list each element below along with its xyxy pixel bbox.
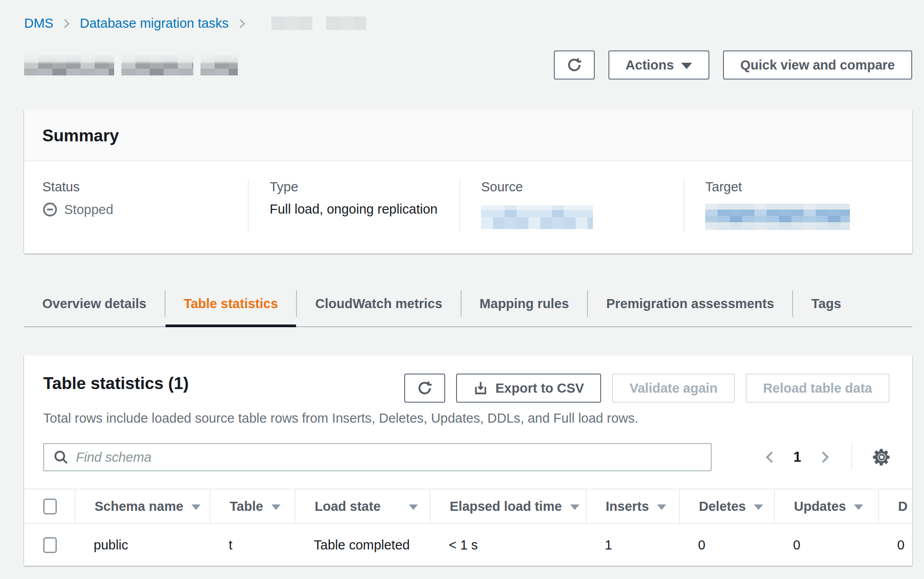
target-label: Target [705, 180, 883, 195]
sort-caret-icon [754, 504, 763, 510]
target-endpoint-link-redacted[interactable] [705, 204, 850, 230]
cell-elapsed-load-time: < 1 s [430, 524, 586, 566]
type-label: Type [270, 180, 448, 195]
task-tabs: Overview details Table statistics CloudW… [24, 281, 912, 327]
tab-premigration-assessments[interactable]: Premigration assessments [588, 281, 792, 326]
page-header: Actions Quick view and compare [24, 50, 912, 80]
tab-tags[interactable]: Tags [793, 281, 859, 326]
reload-table-data-label: Reload table data [763, 382, 872, 395]
download-icon [473, 381, 488, 395]
table-refresh-button[interactable] [404, 374, 445, 403]
column-header-ddls-clipped[interactable]: D [878, 489, 912, 523]
breadcrumb: DMS Database migration tasks [24, 15, 912, 31]
row-checkbox[interactable] [43, 537, 57, 553]
schema-search [43, 443, 712, 471]
table-statistics-title: Table statistics (1) [43, 374, 189, 394]
column-header-elapsed-load-time[interactable]: Elapsed load time [430, 489, 586, 523]
export-csv-label: Export to CSV [495, 382, 584, 395]
actions-button[interactable]: Actions [608, 50, 709, 80]
cell-load-state: Table completed [295, 524, 430, 566]
breadcrumb-current-redacted [258, 16, 366, 30]
chevron-right-icon [236, 18, 248, 30]
table-row: public t Table completed < 1 s 1 0 0 0 [24, 524, 912, 566]
search-icon [53, 449, 69, 465]
cell-ddls-clipped: 0 [878, 524, 912, 566]
divider [851, 444, 852, 470]
refresh-icon [417, 380, 432, 396]
chevron-right-icon [60, 18, 72, 30]
sort-caret-icon [854, 504, 863, 510]
tab-mapping-rules[interactable]: Mapping rules [462, 281, 588, 326]
search-input[interactable] [43, 443, 712, 471]
column-header-schema-name[interactable]: Schema name [75, 489, 210, 523]
status-label: Status [42, 180, 237, 195]
table-statistics-actions: Export to CSV Validate again Reload tabl… [404, 374, 889, 403]
chevron-right-icon [818, 450, 832, 464]
cell-schema-name: public [75, 524, 210, 566]
tab-cloudwatch-metrics[interactable]: CloudWatch metrics [297, 281, 460, 326]
tab-overview-details[interactable]: Overview details [24, 281, 165, 326]
table-statistics-description: Total rows include loaded source table r… [24, 411, 912, 426]
export-csv-button[interactable]: Export to CSV [456, 374, 601, 403]
column-header-load-state[interactable]: Load state [295, 489, 430, 523]
table-settings-button[interactable] [871, 447, 892, 468]
summary-field-target: Target [683, 180, 894, 232]
page-title-redacted [24, 55, 238, 75]
column-header-deletes[interactable]: Deletes [679, 489, 774, 523]
dms-task-page: DMS Database migration tasks [24, 15, 912, 566]
cell-deletes: 0 [679, 524, 774, 566]
table-statistics-table: Schema name Table Load state Elapsed loa… [24, 489, 912, 566]
validate-again-button[interactable]: Validate again [612, 374, 734, 403]
caret-down-icon [681, 63, 692, 69]
reload-table-data-button[interactable]: Reload table data [746, 374, 889, 403]
summary-title: Summary [42, 126, 891, 146]
source-endpoint-link-redacted[interactable] [481, 205, 593, 229]
table-toolbar: 1 [24, 443, 912, 471]
cell-updates: 0 [774, 524, 878, 566]
cell-inserts: 1 [586, 524, 679, 566]
type-value: Full load, ongoing replication [270, 202, 448, 217]
current-page-number[interactable]: 1 [793, 449, 801, 465]
quick-view-compare-label: Quick view and compare [740, 59, 895, 72]
source-label: Source [481, 180, 673, 195]
header-actions: Actions Quick view and compare [554, 50, 912, 80]
status-value: Stopped [64, 202, 113, 217]
table-header-row: Schema name Table Load state Elapsed loa… [24, 489, 912, 524]
summary-field-status: Status Stopped [42, 180, 248, 232]
sort-caret-icon [570, 504, 579, 510]
summary-body: Status Stopped Type Full load, ongoing r… [24, 161, 912, 254]
chevron-left-icon [763, 450, 777, 464]
next-page-button[interactable] [818, 450, 832, 464]
gear-icon [871, 447, 892, 468]
prev-page-button[interactable] [763, 450, 777, 464]
tab-table-statistics[interactable]: Table statistics [166, 281, 296, 326]
summary-header: Summary [24, 110, 912, 161]
table-statistics-panel: Table statistics (1) [24, 355, 912, 566]
validate-again-label: Validate again [629, 382, 717, 395]
column-header-inserts[interactable]: Inserts [586, 489, 679, 523]
breadcrumb-link-tasks[interactable]: Database migration tasks [80, 16, 228, 31]
quick-view-compare-button[interactable]: Quick view and compare [723, 50, 912, 80]
select-all-checkbox[interactable] [43, 499, 57, 514]
column-header-table[interactable]: Table [210, 489, 295, 523]
sort-caret-icon [409, 504, 418, 510]
minus-circle-icon [42, 202, 58, 217]
pagination: 1 [763, 444, 892, 470]
refresh-button[interactable] [554, 50, 595, 80]
actions-button-label: Actions [626, 59, 674, 72]
breadcrumb-link-dms[interactable]: DMS [24, 16, 53, 31]
cell-table: t [210, 524, 295, 566]
summary-field-type: Type Full load, ongoing replication [248, 180, 459, 232]
sort-caret-icon [191, 504, 201, 510]
sort-caret-icon [657, 504, 666, 510]
summary-panel: Summary Status Stopped Type Full load, o… [24, 110, 912, 254]
sort-caret-icon [271, 504, 281, 510]
summary-field-source: Source [459, 180, 683, 232]
refresh-icon [567, 57, 582, 73]
column-header-updates[interactable]: Updates [774, 489, 878, 523]
table-statistics-header: Table statistics (1) [24, 355, 912, 403]
